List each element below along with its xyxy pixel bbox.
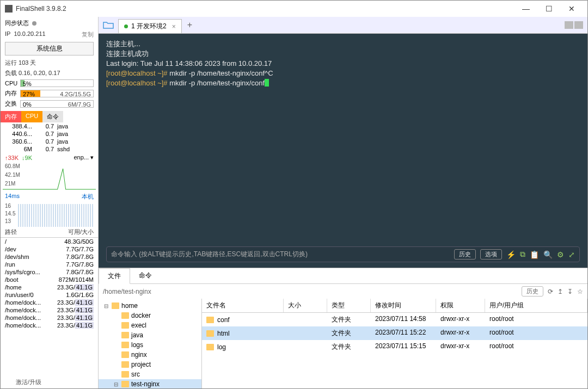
maximize-button[interactable]: ☐ xyxy=(537,1,560,17)
command-input-bar[interactable]: 命令输入 (按ALT键提示历史,TAB键路径,ESC键返回,双击CTRL切换) … xyxy=(106,246,580,262)
minimize-button[interactable]: — xyxy=(514,1,537,17)
app-logo-icon xyxy=(5,5,13,13)
folder-icon xyxy=(121,332,129,338)
folder-icon xyxy=(121,371,129,378)
bookmark-icon[interactable]: ☆ xyxy=(577,288,583,295)
tree-node[interactable]: ⊟home xyxy=(99,301,201,311)
folder-icon xyxy=(206,344,214,350)
open-session-icon[interactable] xyxy=(101,19,116,31)
tree-node[interactable]: docker xyxy=(99,311,201,320)
bolt-icon[interactable]: ⚡ xyxy=(506,250,516,259)
view-list-icon[interactable] xyxy=(574,21,583,29)
folder-icon xyxy=(121,312,129,319)
disk-row[interactable]: /home/dock...23.3G/41.1G xyxy=(1,299,98,306)
network-stats: ↑33K ↓9K enp... ▾ xyxy=(1,153,98,162)
title-bar: FinalShell 3.9.8.2 — ☐ ✕ xyxy=(1,1,587,17)
search-icon[interactable]: 🔍 xyxy=(543,250,553,259)
folder-icon xyxy=(121,361,129,368)
process-row[interactable]: 388.4...0.7java xyxy=(1,122,98,130)
tree-node[interactable]: nginx xyxy=(99,350,201,360)
folder-tree[interactable]: ⊟homedockerexecljavalogsnginxprojectsrc⊟… xyxy=(99,299,202,389)
tree-node[interactable]: execl xyxy=(99,320,201,330)
upload-icon[interactable]: ↥ xyxy=(558,288,563,295)
ip-value: 10.0.20.211 xyxy=(14,30,46,39)
paste-icon[interactable]: 📋 xyxy=(530,250,539,259)
disk-row[interactable]: /dev7.7G/7.7G xyxy=(1,245,98,253)
close-button[interactable]: ✕ xyxy=(560,1,583,17)
tab-command[interactable]: 命令 xyxy=(130,268,161,283)
session-tab[interactable]: 1 开发环境2 × xyxy=(118,19,182,33)
tree-node[interactable]: src xyxy=(99,369,201,379)
disk-row[interactable]: /run7.7G/7.8G xyxy=(1,261,98,268)
file-list[interactable]: 文件名 大小 类型 修改时间 权限 用户/用户组 conf文件夹2023/07/… xyxy=(202,299,587,389)
disk-row[interactable]: /home/dock...23.3G/41.1G xyxy=(1,306,98,314)
load-avg: 负载 0.16, 0.20, 0.17 xyxy=(1,68,98,78)
tab-cpu[interactable]: CPU xyxy=(21,111,42,122)
tree-node[interactable]: java xyxy=(99,330,201,340)
ip-label: IP xyxy=(5,30,10,39)
file-row[interactable]: html文件夹2023/07/11 15:22drwxr-xr-xroot/ro… xyxy=(202,326,587,340)
folder-icon xyxy=(121,351,129,358)
settings-icon[interactable]: ⚙ xyxy=(557,250,564,259)
terminal[interactable]: 连接主机... 连接主机成功 Last login: Tue Jul 11 14… xyxy=(99,34,587,268)
file-row[interactable]: log文件夹2023/07/11 15:15drwxr-xr-xroot/roo… xyxy=(202,340,587,354)
copy-ip-button[interactable]: 复制 xyxy=(82,30,94,39)
file-row[interactable]: conf文件夹2023/07/11 14:58drwxr-xr-xroot/ro… xyxy=(202,313,587,326)
tab-cmd[interactable]: 命令 xyxy=(42,111,63,122)
copy-icon[interactable]: ⧉ xyxy=(520,250,525,259)
close-tab-icon[interactable]: × xyxy=(172,23,176,30)
sync-dot-icon xyxy=(32,21,36,26)
history-button[interactable]: 历史 xyxy=(454,249,476,260)
disk-row[interactable]: /48.3G/50G xyxy=(1,238,98,245)
folder-icon xyxy=(121,322,129,329)
cmd-placeholder: 命令输入 (按ALT键提示历史,TAB键路径,ESC键返回,双击CTRL切换) xyxy=(111,250,450,259)
ping-graph: 16 14.5 13 xyxy=(3,203,96,226)
lower-tabs: 文件 命令 xyxy=(99,268,587,284)
tree-node[interactable]: ⊟test-nginx xyxy=(99,379,201,389)
net-iface-select[interactable]: enp... ▾ xyxy=(74,154,94,161)
expand-icon[interactable]: ⊟ xyxy=(113,381,119,387)
sync-status: 同步状态 xyxy=(1,17,98,29)
activate-link[interactable]: 激活/升级 xyxy=(1,376,98,388)
cursor-icon xyxy=(265,79,269,87)
tree-node[interactable]: project xyxy=(99,360,201,369)
system-info-button[interactable]: 系统信息 xyxy=(5,42,94,55)
disk-row[interactable]: /dev/shm7.8G/7.8G xyxy=(1,253,98,261)
download-icon[interactable]: ↧ xyxy=(567,288,573,295)
process-row[interactable]: 6M0.7sshd xyxy=(1,145,98,153)
folder-icon xyxy=(121,342,129,348)
disk-row[interactable]: /sys/fs/cgro...7.8G/7.8G xyxy=(1,268,98,276)
sync-label: 同步状态 xyxy=(5,19,29,27)
tab-file[interactable]: 文件 xyxy=(99,268,130,284)
tab-label: 1 开发环境2 xyxy=(131,22,167,31)
proc-sort-tabs[interactable]: 内存 CPU 命令 xyxy=(1,111,98,122)
process-row[interactable]: 440.6...0.7java xyxy=(1,130,98,138)
folder-icon xyxy=(121,381,129,387)
tab-mem[interactable]: 内存 xyxy=(1,111,21,122)
refresh-icon[interactable]: ⟳ xyxy=(548,288,553,295)
ping-host[interactable]: 本机 xyxy=(82,193,94,201)
current-path[interactable]: /home/test-nginx xyxy=(103,288,517,295)
status-dot-icon xyxy=(124,24,128,28)
tree-node[interactable]: logs xyxy=(99,340,201,350)
folder-icon xyxy=(206,317,214,323)
path-history-button[interactable]: 历史 xyxy=(522,286,543,297)
folder-icon xyxy=(206,330,214,337)
disk-row[interactable]: /run/user/01.6G/1.6G xyxy=(1,291,98,299)
expand-icon[interactable]: ⊟ xyxy=(103,303,109,309)
session-tabbar: 1 开发环境2 × + xyxy=(99,17,587,34)
disk-row[interactable]: /home/dock...23.3G/41.1G xyxy=(1,314,98,322)
options-button[interactable]: 选项 xyxy=(480,249,502,260)
process-row[interactable]: 360.6...0.7java xyxy=(1,138,98,145)
disk-row[interactable]: /home/dock...23.3G/41.1G xyxy=(1,322,98,329)
network-graph: 60.8M 42.1M 21M xyxy=(3,163,96,190)
mem-meter: 内存 27%4.2G/15.5G xyxy=(1,88,98,98)
ping-value: 14ms xyxy=(5,193,20,201)
uptime: 运行 103 天 xyxy=(1,58,98,68)
disk-row[interactable]: /home23.3G/41.1G xyxy=(1,283,98,291)
expand-icon[interactable]: ⤢ xyxy=(568,250,575,259)
new-tab-button[interactable]: + xyxy=(182,20,198,30)
swap-meter: 交换 0%6M/7.9G xyxy=(1,98,98,109)
view-grid-icon[interactable] xyxy=(565,21,573,29)
disk-row[interactable]: /boot872M/1014M xyxy=(1,276,98,283)
